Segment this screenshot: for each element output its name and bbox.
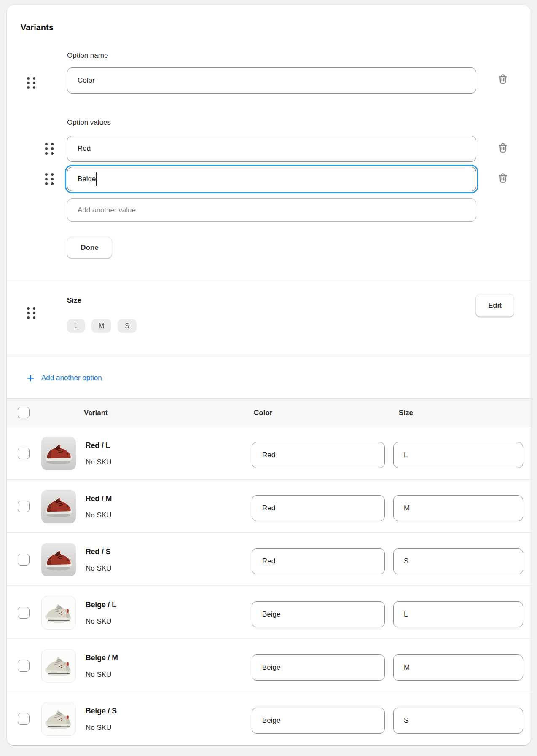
variant-sku: No SKU [86,617,111,627]
delete-value-button[interactable] [496,172,510,186]
column-header-size: Size [399,408,413,418]
red-sneaker-image [41,437,76,470]
size-value-chips: LMS [67,319,137,333]
variant-color-input[interactable] [252,495,385,521]
variant-row: Beige / M No SKU [7,639,531,692]
variants-table-body: Red / L No SKU Red / M No SKU [7,426,531,745]
variant-sku: No SKU [86,563,111,574]
row-checkbox[interactable] [18,713,30,725]
trash-icon [497,74,509,86]
row-checkbox[interactable] [18,501,30,512]
variants-page: Variants Option name Option values [0,0,537,756]
option-value-input-focused[interactable] [67,167,476,191]
variant-row: Beige / L No SKU [7,586,531,639]
card-title: Variants [21,23,54,32]
red-sneaker-thumbnail [41,490,76,523]
section-divider [7,355,531,355]
variant-color-input[interactable] [252,442,385,468]
option-name-input[interactable] [67,67,476,94]
size-option-title: Size [67,296,81,305]
trash-icon [497,173,509,185]
plus-icon [27,375,34,382]
delete-option-button[interactable] [496,73,510,87]
section-divider [7,281,531,281]
variant-size-input[interactable] [393,548,523,574]
red-sneaker-thumbnail [41,437,76,470]
add-another-option-label: Add another option [41,374,102,382]
variant-sku: No SKU [86,723,111,733]
variant-sku: No SKU [86,510,111,520]
add-another-option-link[interactable]: Add another option [27,371,102,385]
variant-sku: No SKU [86,670,111,680]
variant-row: Red / M No SKU [7,480,531,533]
row-checkbox[interactable] [18,660,30,672]
variant-color-input[interactable] [252,548,385,574]
variant-sku: No SKU [86,457,111,467]
drag-handle-icon[interactable] [45,143,54,155]
variant-size-input[interactable] [393,708,523,734]
drag-handle-icon[interactable] [27,77,35,89]
row-checkbox[interactable] [18,607,30,619]
variant-size-input[interactable] [393,442,523,468]
text-cursor [96,172,97,186]
variant-title: Red / M [86,493,112,504]
option-value-input[interactable] [67,136,476,162]
edit-size-button[interactable]: Edit [475,294,514,317]
variant-title: Red / S [86,547,110,557]
beige-sneaker-image [42,649,75,682]
variant-row: Red / S No SKU [7,533,531,586]
variant-row: Red / L No SKU [7,426,531,480]
variant-size-input[interactable] [393,601,523,627]
variant-color-input[interactable] [252,601,385,627]
beige-sneaker-image [42,596,75,629]
row-checkbox[interactable] [18,554,30,566]
column-header-variant: Variant [84,408,108,418]
add-another-value-input[interactable] [67,198,476,222]
trash-icon [497,142,509,155]
variant-title: Beige / S [86,706,117,716]
red-sneaker-image [41,543,76,576]
size-chip: M [91,319,111,333]
beige-sneaker-thumbnail [41,596,76,630]
variants-table-header: Variant Color Size [7,398,531,426]
variant-row: Beige / S No SKU [7,692,531,745]
option-values-label: Option values [67,118,111,127]
variant-title: Beige / L [86,600,116,610]
variants-card: Variants Option name Option values [7,5,531,745]
variant-size-input[interactable] [393,495,523,521]
size-chip: L [67,319,85,333]
drag-handle-icon[interactable] [27,307,35,319]
red-sneaker-thumbnail [41,543,76,576]
variant-color-input[interactable] [252,654,385,681]
row-checkbox[interactable] [18,448,30,459]
drag-handle-icon[interactable] [45,173,54,185]
option-name-label: Option name [67,51,108,60]
select-all-checkbox[interactable] [18,407,30,418]
delete-value-button[interactable] [496,142,510,156]
size-chip: S [118,319,137,333]
done-button[interactable]: Done [67,237,112,258]
red-sneaker-image [41,490,76,523]
variant-title: Red / L [86,440,110,450]
column-header-color: Color [254,408,272,418]
beige-sneaker-thumbnail [41,649,76,683]
variant-size-input[interactable] [393,654,523,681]
beige-sneaker-thumbnail [41,702,76,736]
variant-title: Beige / M [86,653,118,663]
variant-color-input[interactable] [252,708,385,734]
beige-sneaker-image [42,702,75,735]
